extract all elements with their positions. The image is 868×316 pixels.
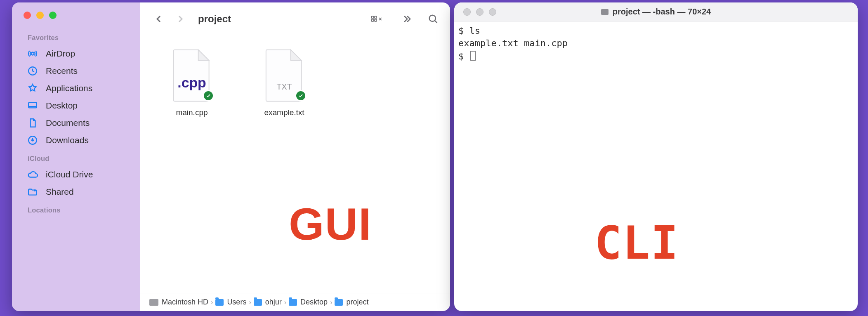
finder-main: project bbox=[140, 2, 450, 311]
sidebar-item-label: Downloads bbox=[46, 135, 89, 145]
sidebar-item-recents[interactable]: Recents bbox=[12, 62, 140, 80]
finder-content[interactable]: .cpp main.cpp TXT bbox=[140, 35, 450, 293]
sidebar-item-label: Shared bbox=[46, 187, 74, 197]
zoom-button[interactable] bbox=[49, 12, 57, 19]
cpp-file-icon: .cpp bbox=[170, 49, 213, 102]
svg-point-9 bbox=[429, 15, 436, 21]
synced-badge-icon bbox=[295, 90, 307, 101]
cli-overlay-label: CLI bbox=[594, 237, 679, 249]
cloud-icon bbox=[27, 169, 38, 180]
file-name-label: example.txt bbox=[264, 108, 304, 117]
file-item[interactable]: TXT example.txt bbox=[257, 49, 311, 117]
svg-rect-7 bbox=[371, 19, 373, 21]
window-controls bbox=[454, 8, 496, 16]
folder-icon bbox=[601, 9, 609, 15]
path-crumb-label: Macintosh HD bbox=[162, 298, 208, 307]
terminal-body[interactable]: $ ls example.txt main.cpp $ CLI bbox=[454, 21, 858, 311]
download-icon bbox=[27, 134, 38, 146]
file-ext-label: TXT bbox=[277, 82, 292, 91]
svg-point-0 bbox=[31, 52, 34, 55]
sidebar-item-applications[interactable]: Applications bbox=[12, 80, 140, 97]
path-crumb-label: Users bbox=[227, 298, 246, 307]
terminal-line: $ ls bbox=[458, 26, 480, 36]
chevron-right-icon: › bbox=[284, 299, 286, 306]
file-name-label: main.cpp bbox=[176, 108, 208, 117]
more-tools-button[interactable] bbox=[397, 11, 416, 27]
minimize-button[interactable] bbox=[36, 12, 44, 19]
sidebar-item-label: Recents bbox=[46, 66, 78, 76]
svg-rect-6 bbox=[375, 16, 377, 18]
path-crumb[interactable]: Desktop bbox=[289, 298, 328, 307]
back-button[interactable] bbox=[152, 12, 166, 26]
sidebar-section-icloud: iCloud bbox=[12, 149, 140, 166]
document-icon bbox=[27, 117, 38, 129]
shared-folder-icon bbox=[27, 186, 38, 198]
sidebar-item-label: Desktop bbox=[46, 101, 78, 111]
sidebar-item-desktop[interactable]: Desktop bbox=[12, 97, 140, 114]
terminal-line: $ bbox=[458, 51, 469, 61]
chevron-right-icon: › bbox=[249, 299, 251, 306]
terminal-window: project — -bash — 70×24 $ ls example.txt… bbox=[454, 2, 858, 311]
path-crumb-label: ohjur bbox=[265, 298, 282, 307]
window-controls bbox=[12, 12, 140, 28]
close-button[interactable] bbox=[24, 12, 31, 19]
svg-point-4 bbox=[34, 189, 36, 191]
folder-icon bbox=[215, 299, 224, 306]
path-crumb[interactable]: Users bbox=[215, 298, 246, 307]
terminal-line: example.txt main.cpp bbox=[458, 38, 568, 48]
applications-icon bbox=[27, 83, 38, 94]
folder-icon bbox=[254, 299, 262, 306]
path-crumb[interactable]: project bbox=[335, 298, 368, 307]
terminal-cursor bbox=[470, 51, 476, 61]
terminal-titlebar: project — -bash — 70×24 bbox=[454, 2, 858, 21]
airdrop-icon bbox=[27, 48, 38, 59]
close-button[interactable] bbox=[463, 8, 471, 16]
forward-button[interactable] bbox=[173, 12, 187, 26]
sidebar-item-label: Applications bbox=[46, 83, 92, 93]
svg-rect-2 bbox=[28, 102, 37, 108]
synced-badge-icon bbox=[203, 90, 214, 101]
path-crumb[interactable]: Macintosh HD bbox=[149, 298, 208, 307]
view-options-button[interactable] bbox=[363, 11, 390, 27]
svg-rect-8 bbox=[375, 19, 377, 21]
sidebar-item-airdrop[interactable]: AirDrop bbox=[12, 45, 140, 62]
terminal-title-label: project — -bash — 70×24 bbox=[613, 7, 711, 17]
disk-icon bbox=[149, 299, 158, 306]
sidebar-item-label: AirDrop bbox=[46, 49, 75, 59]
chevron-right-icon: › bbox=[211, 299, 213, 306]
path-crumb[interactable]: ohjur bbox=[254, 298, 282, 307]
folder-icon bbox=[335, 299, 343, 306]
file-item[interactable]: .cpp main.cpp bbox=[165, 49, 219, 117]
sidebar-section-favorites: Favorites bbox=[12, 28, 140, 45]
sidebar-item-label: Documents bbox=[46, 118, 90, 128]
sidebar-item-label: iCloud Drive bbox=[46, 170, 93, 179]
sidebar-item-documents[interactable]: Documents bbox=[12, 114, 140, 132]
sidebar-section-locations: Locations bbox=[12, 200, 140, 217]
folder-title: project bbox=[198, 13, 231, 25]
path-crumb-label: project bbox=[346, 298, 368, 307]
svg-rect-5 bbox=[371, 16, 373, 18]
sidebar-item-shared[interactable]: Shared bbox=[12, 183, 140, 200]
folder-icon bbox=[289, 299, 297, 306]
sidebar-item-icloud-drive[interactable]: iCloud Drive bbox=[12, 166, 140, 183]
search-button[interactable] bbox=[424, 11, 443, 27]
clock-icon bbox=[27, 65, 38, 77]
finder-window: Favorites AirDrop Recents Applications D… bbox=[12, 2, 450, 311]
finder-pathbar: Macintosh HD › Users › ohjur › Desktop ›… bbox=[140, 293, 450, 311]
sidebar-item-downloads[interactable]: Downloads bbox=[12, 132, 140, 149]
chevron-right-icon: › bbox=[330, 299, 332, 306]
finder-toolbar: project bbox=[140, 2, 450, 35]
file-ext-label: .cpp bbox=[177, 75, 206, 90]
desktop-icon bbox=[27, 100, 38, 111]
zoom-button[interactable] bbox=[489, 8, 496, 16]
finder-sidebar: Favorites AirDrop Recents Applications D… bbox=[12, 2, 140, 311]
path-crumb-label: Desktop bbox=[300, 298, 328, 307]
minimize-button[interactable] bbox=[476, 8, 484, 16]
txt-file-icon: TXT bbox=[263, 49, 306, 102]
